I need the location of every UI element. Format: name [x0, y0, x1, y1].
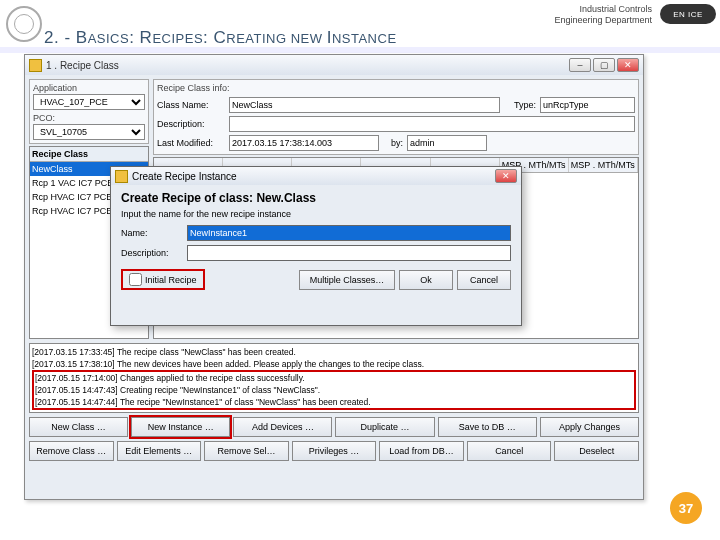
window-titlebar[interactable]: 1 . Recipe Class – ▢ ✕ — [25, 55, 643, 75]
add-devices-button[interactable]: Add Devices … — [233, 417, 332, 437]
log-line: [2017.05.15 17:14:00] Changes applied to… — [35, 372, 633, 384]
cancel-button[interactable]: Cancel — [467, 441, 552, 461]
remove-class-button[interactable]: Remove Class … — [29, 441, 114, 461]
dialog-subtitle: Input the name for the new recipe instan… — [121, 209, 511, 219]
dialog-icon — [115, 170, 128, 183]
edit-elements-button[interactable]: Edit Elements … — [117, 441, 202, 461]
application-select[interactable]: HVAC_107_PCE — [33, 94, 145, 110]
button-row-1: New Class … New Instance … Add Devices …… — [29, 417, 639, 437]
last-modified-label: Last Modified: — [157, 138, 225, 148]
window-icon — [29, 59, 42, 72]
dialog-cancel-button[interactable]: Cancel — [457, 270, 511, 290]
load-from-db-button[interactable]: Load from DB… — [379, 441, 464, 461]
class-name-input[interactable] — [229, 97, 500, 113]
new-class-button[interactable]: New Class … — [29, 417, 128, 437]
ok-button[interactable]: Ok — [399, 270, 453, 290]
new-instance-button[interactable]: New Instance … — [131, 417, 230, 437]
deselect-button[interactable]: Deselect — [554, 441, 639, 461]
class-info-form: Recipe Class info: Class Name: Type: Des… — [153, 79, 639, 155]
dialog-heading: Create Recipe of class: New.Class — [121, 191, 511, 205]
window-title: 1 . Recipe Class — [46, 60, 119, 71]
dialog-name-label: Name: — [121, 228, 181, 238]
initial-recipe-check-input[interactable] — [129, 273, 142, 286]
log-line: [2017.03.15 17:38:10] The new devices ha… — [32, 358, 636, 370]
create-instance-dialog: Create Recipe Instance ✕ Create Recipe o… — [110, 166, 522, 326]
dialog-name-input[interactable] — [187, 225, 511, 241]
class-info-label: Recipe Class info: — [157, 83, 635, 93]
apply-changes-button[interactable]: Apply Changes — [540, 417, 639, 437]
dialog-title: Create Recipe Instance — [132, 171, 237, 182]
dialog-desc-label: Description: — [121, 248, 181, 258]
dialog-titlebar[interactable]: Create Recipe Instance ✕ — [111, 167, 521, 185]
remove-sel-button[interactable]: Remove Sel… — [204, 441, 289, 461]
slide-number-badge: 37 — [670, 492, 702, 524]
multiple-classes-button[interactable]: Multiple Classes… — [299, 270, 395, 290]
button-row-2: Remove Class … Edit Elements … Remove Se… — [29, 441, 639, 461]
class-name-label: Class Name: — [157, 100, 225, 110]
duplicate-button[interactable]: Duplicate … — [335, 417, 434, 437]
save-to-db-button[interactable]: Save to DB … — [438, 417, 537, 437]
header-line2: Engineering Department — [50, 15, 652, 26]
header-band — [0, 47, 720, 53]
desc-label: Description: — [157, 119, 225, 129]
desc-input[interactable] — [229, 116, 635, 132]
cern-logo — [6, 6, 42, 42]
log-panel[interactable]: [2017.03.15 17:33:45] The recipe class "… — [29, 343, 639, 413]
maximize-button[interactable]: ▢ — [593, 58, 615, 72]
type-label: Type: — [504, 100, 536, 110]
log-highlight: [2017.05.15 17:14:00] Changes applied to… — [32, 370, 636, 410]
pco-label: PCO: — [33, 113, 145, 123]
log-line: [2017.05.15 14:47:44] The recipe "NewIns… — [35, 396, 633, 408]
minimize-button[interactable]: – — [569, 58, 591, 72]
log-line: [2017.03.15 17:33:45] The recipe class "… — [32, 346, 636, 358]
last-modified-input — [229, 135, 379, 151]
application-group: Application HVAC_107_PCE PCO: SVL_10705 — [29, 79, 149, 144]
type-input[interactable] — [540, 97, 635, 113]
close-button[interactable]: ✕ — [617, 58, 639, 72]
by-input — [407, 135, 487, 151]
header-right: Industrial Controls Engineering Departme… — [50, 4, 652, 26]
enice-badge: EN ICE — [660, 4, 716, 24]
application-label: Application — [33, 83, 145, 93]
slide-title: 2. - BASICS: RECIPES: CREATING NEW INSTA… — [44, 28, 397, 48]
by-label: by: — [383, 138, 403, 148]
privileges-button[interactable]: Privileges … — [292, 441, 377, 461]
dialog-desc-input[interactable] — [187, 245, 511, 261]
pco-select[interactable]: SVL_10705 — [33, 124, 145, 140]
class-list-header: Recipe Class — [30, 147, 148, 162]
header-line1: Industrial Controls — [50, 4, 652, 15]
initial-recipe-checkbox[interactable]: Initial Recipe — [121, 269, 205, 290]
log-line: [2017.05.15 14:47:43] Creating recipe "N… — [35, 384, 633, 396]
dialog-close-button[interactable]: ✕ — [495, 169, 517, 183]
